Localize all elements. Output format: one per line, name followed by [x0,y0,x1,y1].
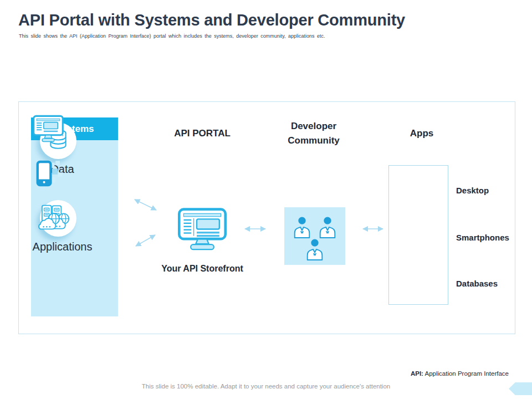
desktop-monitor-icon [19,114,78,143]
apps-item-desktop-label: Desktop [456,186,528,195]
server-globe-cloud-icon [19,203,78,232]
api-portal-header: API PORTAL [155,126,249,141]
apps-box [388,165,448,305]
systems-item-applications-label: Applications [19,241,106,253]
api-abbreviation: API: Application Program Interface [411,370,509,377]
api-abbreviation-definition: Application Program Interface [423,370,509,377]
smartphone-icon [19,157,78,190]
arrow-systems-portal-lower [136,235,155,246]
people-group-icon [284,207,345,265]
arrow-systems-portal-upper [135,200,156,210]
page-title: API Portal with Systems and Developer Co… [18,11,506,29]
person-icon [291,216,313,238]
apps-item-smartphones-label: Smartphones [456,233,528,242]
api-portal-caption: Your API Storefront [155,264,249,274]
slide-subtitle: This slide shows the API (Application Pr… [19,33,440,39]
apps-header: Apps [380,126,463,141]
person-icon [304,238,325,260]
footer-note: This slide is 100% editable. Adapt it to… [0,383,532,390]
diagram-canvas: Systems Data [18,101,515,334]
apps-item-databases-label: Databases [456,279,528,288]
storefront-monitor-icon [177,207,228,250]
developer-community-header: Developer Community [272,119,355,148]
person-icon [317,216,338,238]
api-abbreviation-term: API: [411,370,423,377]
